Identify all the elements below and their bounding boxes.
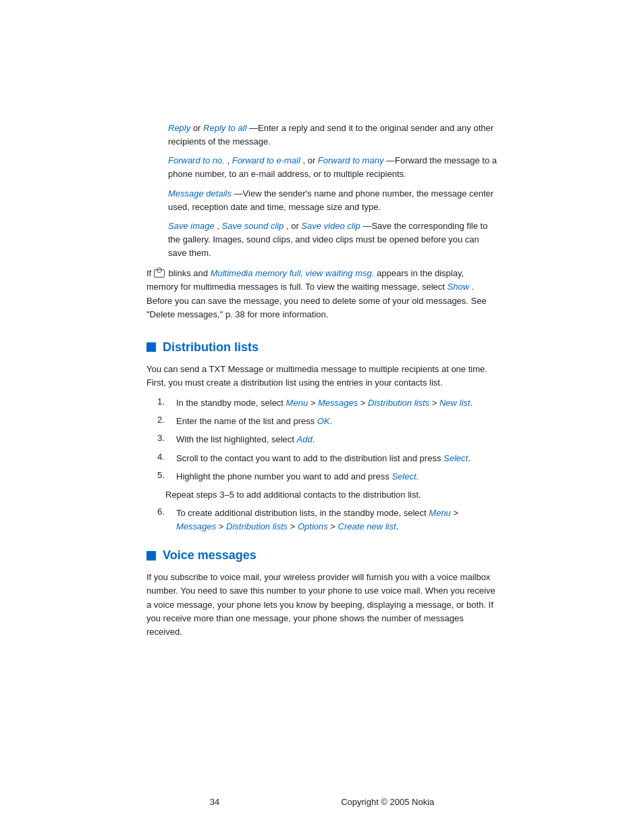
- section-square-voice-icon: [146, 551, 156, 561]
- multimedia-icon: [154, 269, 165, 278]
- save-sound-link: Save sound clip: [222, 221, 284, 231]
- footer: 34 Copyright © 2005 Nokia: [0, 797, 644, 807]
- step1-newlist-link: New list: [439, 398, 471, 408]
- step1-distribution-link: Distribution lists: [368, 398, 429, 408]
- repeat-note: Repeat steps 3–5 to add additional conta…: [165, 488, 498, 502]
- forward-many-link: Forward to many: [318, 155, 384, 165]
- show-link: Show: [448, 282, 470, 292]
- step-3: 3. With the list highlighted, select Add…: [157, 433, 498, 446]
- distribution-lists-header: Distribution lists: [146, 340, 498, 355]
- save-video-link: Save video clip: [301, 221, 360, 231]
- multimedia-note: If blinks and Multimedia memory full, vi…: [146, 267, 498, 321]
- distribution-lists-title: Distribution lists: [163, 340, 259, 355]
- message-details-block: Message details —View the sender's name …: [168, 187, 498, 214]
- voice-messages-title: Voice messages: [163, 548, 257, 563]
- step-1: 1. In the standby mode, select Menu > Me…: [157, 396, 498, 410]
- step4-select-link: Select: [444, 453, 468, 463]
- step-6-content: To create additional distribution lists,…: [176, 506, 498, 533]
- step1-menu-link: Menu: [286, 398, 308, 408]
- reply-link: Reply: [168, 123, 190, 133]
- page: Reply or Reply to all —Enter a reply and…: [0, 0, 644, 834]
- voice-messages-header: Voice messages: [146, 548, 498, 563]
- forward-block: Forward to no. , Forward to e-mail , or …: [168, 154, 498, 181]
- step-4-content: Scroll to the contact you want to add to…: [176, 452, 498, 465]
- forward-paragraph: Forward to no. , Forward to e-mail , or …: [168, 154, 498, 181]
- step3-add-link: Add: [296, 434, 312, 444]
- save-block: Save image , Save sound clip , or Save v…: [168, 219, 498, 260]
- voice-messages-body: If you subscribe to voice mail, your wir…: [146, 571, 498, 639]
- step6-menu-link: Menu: [429, 508, 451, 518]
- step6-messages-link: Messages: [176, 521, 216, 531]
- section-square-icon: [146, 342, 156, 352]
- reply-all-link: Reply to all: [203, 123, 246, 133]
- message-details-link: Message details: [168, 188, 232, 199]
- step-4: 4. Scroll to the contact you want to add…: [157, 452, 498, 465]
- step-3-content: With the list highlighted, select Add.: [176, 433, 498, 446]
- step1-messages-link: Messages: [318, 398, 358, 408]
- step6-options-link: Options: [298, 521, 328, 531]
- save-paragraph: Save image , Save sound clip , or Save v…: [168, 219, 498, 260]
- multimedia-memory-link: Multimedia memory full, view waiting msg…: [211, 268, 375, 278]
- copyright: Copyright © 2005 Nokia: [341, 797, 434, 807]
- page-number: 34: [210, 797, 219, 807]
- step-6: 6. To create additional distribution lis…: [157, 506, 498, 533]
- step-2-content: Enter the name of the list and press OK.: [176, 415, 498, 428]
- step-1-content: In the standby mode, select Menu > Messa…: [176, 396, 498, 410]
- step6-distribution-link: Distribution lists: [226, 521, 288, 531]
- step-5: 5. Highlight the phone number you want t…: [157, 470, 498, 484]
- distribution-intro: You can send a TXT Message or multimedia…: [146, 363, 498, 390]
- step5-select-link: Select: [392, 471, 416, 481]
- step-2: 2. Enter the name of the list and press …: [157, 415, 498, 428]
- step6-createnewlist-link: Create new list: [338, 521, 396, 531]
- step2-ok-link: OK: [317, 416, 330, 426]
- reply-block: Reply or Reply to all —Enter a reply and…: [168, 122, 498, 149]
- forward-email-link: Forward to e-mail: [232, 155, 300, 165]
- message-details-paragraph: Message details —View the sender's name …: [168, 187, 498, 214]
- save-image-link: Save image: [168, 221, 215, 231]
- forward-no-link: Forward to no.: [168, 155, 225, 165]
- step-5-content: Highlight the phone number you want to a…: [176, 470, 498, 484]
- reply-paragraph: Reply or Reply to all —Enter a reply and…: [168, 122, 498, 149]
- content-area: Reply or Reply to all —Enter a reply and…: [65, 0, 579, 700]
